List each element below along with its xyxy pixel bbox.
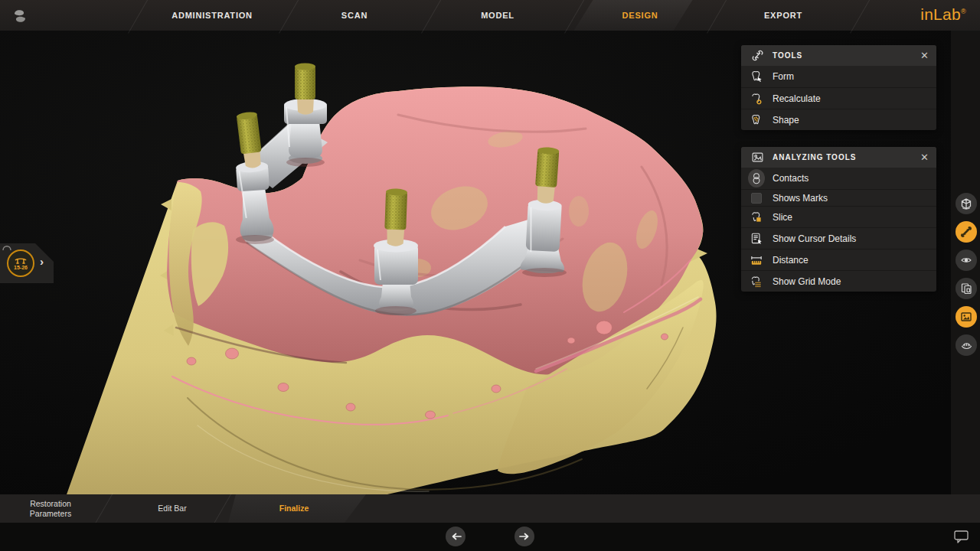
tool-item-recalculate[interactable]: Recalculate: [741, 87, 936, 109]
step-tab-edit-bar[interactable]: Edit Bar: [158, 494, 186, 523]
analyzing-item-label: Show Cursor Details: [773, 233, 856, 244]
analyzing-panel-title: ANALYZING TOOLS: [773, 153, 856, 161]
phase-separator: [128, 0, 149, 34]
phase-tab-administration[interactable]: ADMINISTRATION: [172, 0, 253, 31]
tooth-recalculate-icon: [748, 90, 765, 107]
wrench-icon: [749, 47, 766, 64]
analyzing-panel-header: ANALYZING TOOLS ✕: [741, 147, 936, 168]
analyzing-item-distance[interactable]: Distance: [741, 249, 936, 270]
tool-item-label: Form: [773, 71, 794, 82]
tool-item-label: Recalculate: [773, 93, 821, 104]
scan-post-1: [295, 64, 315, 115]
contacts-icon: [748, 170, 765, 187]
restoration-flyout[interactable]: 15-26 ›: [0, 243, 54, 283]
jaw-icon[interactable]: [956, 334, 977, 356]
slice-icon: [748, 209, 765, 226]
tooth-shape-icon: [748, 112, 765, 129]
image-frame-icon: [749, 149, 766, 166]
chevron-right-icon[interactable]: ›: [40, 255, 44, 268]
chat-bubble-icon[interactable]: [953, 529, 970, 547]
steps-bar: Restoration Parameters Edit Bar Finalize: [0, 494, 980, 523]
shows-marks-checkbox[interactable]: [751, 193, 762, 204]
analyzing-item-label: Contacts: [773, 173, 808, 184]
phase-separator: [279, 0, 299, 34]
phase-separator: [850, 0, 871, 34]
tool-item-label: Shape: [773, 115, 799, 126]
pages-icon[interactable]: [956, 278, 977, 299]
inlab-brand: inLab®: [920, 5, 966, 24]
tool-item-shape[interactable]: Shape: [741, 109, 936, 130]
inlab-app-window: ADMINISTRATION SCAN MODEL DESIGN EXPORT …: [0, 0, 980, 551]
footer-bar: [0, 523, 980, 551]
wrench-icon[interactable]: [956, 221, 977, 243]
close-icon[interactable]: ✕: [920, 51, 929, 60]
sirona-logo: [10, 6, 30, 29]
distance-icon: [748, 252, 765, 269]
phase-separator: [421, 0, 442, 34]
arrow-right-icon: [519, 532, 531, 541]
grid-mode-icon: [748, 273, 765, 290]
arrow-left-icon: [450, 532, 462, 541]
image-frame-icon[interactable]: [956, 306, 977, 328]
cursor-details-icon: [748, 230, 765, 247]
arch-icon: [2, 240, 12, 254]
previous-step-button[interactable]: [446, 527, 466, 546]
analyzing-item-label: Show Grid Mode: [773, 276, 841, 287]
analyzing-item-label: Slice: [773, 212, 792, 223]
tools-panel: TOOLS ✕ Form Recalculate: [741, 45, 936, 130]
restoration-badge[interactable]: 15-26: [7, 249, 34, 277]
analyzing-item-grid-mode[interactable]: Show Grid Mode: [741, 270, 936, 292]
phase-bar: ADMINISTRATION SCAN MODEL DESIGN EXPORT …: [0, 0, 980, 31]
tools-panel-title: TOOLS: [773, 51, 802, 60]
phase-tab-export[interactable]: EXPORT: [764, 0, 802, 31]
phase-tab-design[interactable]: DESIGN: [622, 0, 658, 31]
step-tab-finalize[interactable]: Finalize: [279, 494, 309, 523]
step-tab-restoration-parameters[interactable]: Restoration Parameters: [12, 494, 89, 523]
tools-panel-header: TOOLS ✕: [741, 45, 936, 66]
analyzing-item-slice[interactable]: Slice: [741, 206, 936, 227]
analyzing-item-label: Shows Marks: [773, 193, 828, 204]
next-step-button[interactable]: [514, 527, 534, 546]
analyzing-tools-panel: ANALYZING TOOLS ✕ Contacts Shows Marks: [741, 147, 936, 292]
phase-tab-model[interactable]: MODEL: [481, 0, 514, 31]
analyzing-item-label: Distance: [773, 255, 808, 266]
tooth-form-icon: [748, 68, 765, 85]
phase-tab-scan[interactable]: SCAN: [341, 0, 368, 31]
restoration-range-label: 15-26: [14, 265, 28, 270]
tool-item-form[interactable]: Form: [741, 66, 936, 87]
analyzing-item-cursor-details[interactable]: Show Cursor Details: [741, 227, 936, 249]
side-toolbar: [951, 31, 980, 494]
phase-separator: [707, 0, 727, 34]
analyzing-item-contacts[interactable]: Contacts: [741, 168, 936, 189]
step-separator: [94, 493, 113, 525]
eye-icon[interactable]: [956, 249, 977, 271]
registered-mark: ®: [961, 8, 966, 15]
cube-icon[interactable]: [956, 193, 977, 214]
analyzing-item-shows-marks[interactable]: Shows Marks: [741, 189, 936, 206]
close-icon[interactable]: ✕: [920, 152, 929, 162]
